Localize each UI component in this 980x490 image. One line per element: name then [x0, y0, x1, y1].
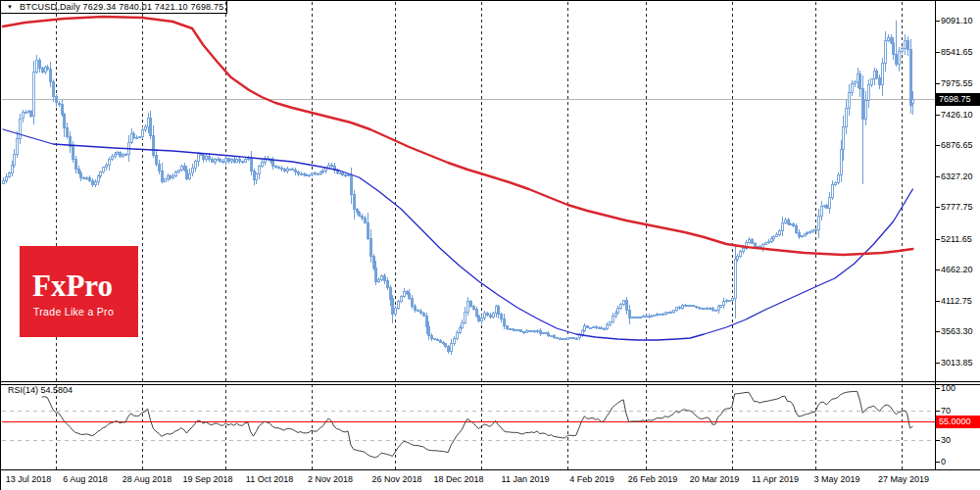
- time-axis-label: 26 Nov 2018: [371, 474, 421, 484]
- time-axis-label: 11 Apr 2019: [752, 474, 799, 484]
- rsi-level-box: 55.0000: [936, 416, 980, 428]
- price-axis-label: 6327.20: [941, 172, 973, 182]
- price-axis-label: 4112.75: [941, 296, 972, 307]
- fxpro-tagline: Trade Like a Pro: [33, 306, 138, 318]
- current-price-value: 7698.75: [939, 94, 971, 104]
- panel-borders: [1, 1, 980, 470]
- price-axis-label: 4662.20: [941, 265, 973, 275]
- time-axis-label: 20 Mar 2019: [690, 474, 740, 484]
- ma-slow-line: [3, 17, 912, 255]
- collapse-triangle-icon[interactable]: ▼: [7, 1, 13, 13]
- time-axis-label: 11 Jan 2019: [502, 474, 550, 484]
- time-axis-label: 18 Dec 2018: [433, 474, 483, 484]
- rsi-axis-label: 0: [941, 457, 946, 467]
- rsi-axis-label: 100: [941, 383, 956, 394]
- price-axis-label: 3563.30: [941, 326, 973, 337]
- rsi-axis-label: 30: [941, 435, 951, 446]
- rsi-line: [42, 391, 913, 458]
- time-axis-label: 26 Feb 2019: [628, 474, 678, 484]
- time-axis-label: 27 May 2019: [878, 474, 929, 484]
- time-axis-label: 13 Jul 2018: [6, 474, 52, 484]
- rsi-level-value: 55.0000: [939, 416, 971, 426]
- price-chart-canvas[interactable]: [1, 1, 980, 490]
- price-axis-label: 3013.85: [941, 358, 973, 368]
- fxpro-logo-text: FxPro: [32, 270, 138, 301]
- time-axis-label: 4 Feb 2019: [569, 474, 614, 484]
- indicator-label: RSI(14) 54.5804: [8, 385, 73, 395]
- price-axis-label: 9091.10: [941, 16, 973, 26]
- time-axis-label: 6 Aug 2018: [63, 474, 108, 484]
- price-axis-label: 8541.65: [941, 47, 973, 58]
- fxpro-watermark: FxPro Trade Like a Pro: [20, 246, 138, 337]
- chart-title-bar: ▼ BTCUSD,Daily 7629.34 7840.01 7421.10 7…: [1, 1, 227, 14]
- time-axis-label: 2 Nov 2018: [308, 474, 353, 484]
- price-axis-label: 5211.65: [941, 234, 972, 245]
- time-axis-label: 28 Aug 2018: [122, 474, 172, 484]
- chart-title: BTCUSD,Daily 7629.34 7840.01 7421.10 769…: [20, 1, 223, 13]
- time-axis-label: 11 Oct 2018: [246, 474, 293, 484]
- current-price-box: 7698.75: [936, 93, 980, 106]
- price-axis-label: 7975.55: [941, 78, 973, 89]
- chart-window: ▼ BTCUSD,Daily 7629.34 7840.01 7421.10 7…: [0, 0, 980, 490]
- price-axis-label: 7426.10: [941, 110, 973, 121]
- time-axis-label: 19 Sep 2018: [182, 474, 232, 484]
- price-axis-label: 5777.75: [941, 202, 973, 213]
- price-axis-label: 6876.65: [941, 140, 973, 151]
- time-axis-label: 3 May 2019: [813, 474, 859, 484]
